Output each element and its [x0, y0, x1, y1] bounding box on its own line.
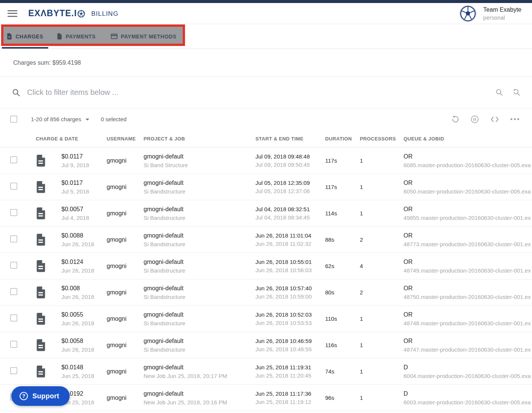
row-checkbox[interactable] — [10, 367, 17, 374]
charge-document-icon — [36, 181, 46, 193]
search-icon — [495, 88, 503, 96]
tab-charges-label: CHARGES — [15, 34, 43, 40]
duration: 110s — [313, 315, 348, 322]
apply-filter-button[interactable] — [494, 87, 505, 98]
charges-summary: Charges sum: $959.4198 — [0, 49, 532, 76]
queue: OR — [404, 153, 532, 160]
project-name: gmogni-default — [144, 153, 243, 160]
processors: 1 — [348, 368, 391, 375]
table-row[interactable]: $0.008 Jun 26, 2018 gmogni gmogni-defaul… — [0, 279, 532, 306]
charge-document-icon — [36, 260, 46, 272]
refresh-button[interactable] — [449, 114, 461, 125]
charge-date: Jun 26, 2018 — [61, 267, 95, 274]
start-time: Jun 25, 2018 11:17:36 — [255, 390, 313, 397]
project-name: gmogni-default — [144, 259, 243, 265]
support-button[interactable]: ? Support — [11, 386, 70, 406]
table-row[interactable]: $0.0088 Jun 26, 2018 gmogni gmogni-defau… — [0, 227, 532, 253]
processors: 1 — [348, 157, 391, 164]
col-queue-jobid: QUEUE & JOBID — [391, 136, 532, 142]
reset-filter-button[interactable] — [511, 87, 522, 98]
processors: 4 — [348, 263, 391, 269]
account-menu[interactable]: Team Exabyte personal — [459, 5, 524, 22]
job-id: 48748.master-production-20160630-cluster… — [404, 320, 532, 326]
job-name: Si Bandstructure — [144, 346, 243, 353]
charge-document-icon — [36, 233, 46, 246]
project-name: gmogni-default — [144, 311, 243, 318]
pause-button[interactable] — [469, 114, 480, 125]
pause-circle-icon — [471, 115, 479, 123]
end-time: Jun 26, 2018 10:53:53 — [255, 320, 313, 326]
selected-count: 0 selected — [101, 116, 126, 122]
pagination-range: 1-20 of 856 charges — [31, 116, 81, 122]
app-header: EXΛBYTE.I BILLING — [0, 3, 532, 24]
row-checkbox[interactable] — [10, 288, 17, 295]
start-time: Jun 26, 2018 10:57:40 — [255, 285, 313, 291]
brand-globe-icon — [77, 10, 85, 18]
row-checkbox[interactable] — [10, 262, 17, 269]
refresh-icon — [451, 115, 459, 123]
charges-list: $0.0117 Jul 9, 2018 gmogni gmogni-defaul… — [0, 148, 532, 411]
processors: 1 — [348, 315, 391, 322]
row-checkbox[interactable] — [10, 341, 17, 348]
col-charge-date: CHARGE & DATE — [24, 136, 95, 142]
job-id: 48749.master-production-20160630-cluster… — [404, 267, 532, 274]
menu-icon[interactable] — [8, 10, 17, 17]
tab-payment-methods[interactable]: PAYMENT METHODS — [107, 24, 180, 49]
charge-amount: $0.0117 — [61, 180, 95, 186]
code-icon — [490, 116, 499, 123]
charge-date: Jun 26, 2018 — [61, 241, 95, 247]
table-row[interactable]: $0.0058 Jun 26, 2018 gmogni gmogni-defau… — [0, 332, 532, 358]
team-type: personal — [483, 14, 521, 21]
processors: 2 — [348, 289, 391, 296]
row-checkbox[interactable] — [10, 209, 17, 216]
charge-amount: $0.0058 — [61, 338, 95, 344]
row-checkbox[interactable] — [10, 235, 17, 242]
job-id: 48773.master-production-20160630-cluster… — [404, 241, 532, 247]
project-name: gmogni-default — [144, 180, 243, 186]
project-name: gmogni-default — [144, 364, 243, 371]
charge-date: Jun 26, 2018 — [61, 346, 95, 353]
username: gmogni — [95, 210, 131, 217]
row-checkbox[interactable] — [10, 183, 17, 190]
more-actions-button[interactable] — [509, 117, 521, 122]
job-id: 6004.master-production-20160630-cluster-… — [404, 373, 532, 379]
brand-logo-text: EXΛBYTE.I — [28, 8, 77, 18]
code-view-button[interactable] — [489, 114, 501, 124]
table-row[interactable]: $0.0124 Jun 26, 2018 gmogni gmogni-defau… — [0, 253, 532, 279]
start-time: Jul 09, 2018 09:48:48 — [255, 153, 313, 160]
table-row[interactable]: $0.0192 Jun 25, 2018 gmogni gmogni-defau… — [0, 385, 532, 411]
team-avatar — [459, 5, 477, 22]
queue: OR — [404, 259, 532, 265]
duration: 117s — [313, 184, 348, 190]
table-row[interactable]: $0.0057 Jul 4, 2018 gmogni gmogni-defaul… — [0, 200, 532, 227]
job-id: 48747.master-production-20160630-cluster… — [404, 346, 532, 353]
tab-charges[interactable]: CHARGES — [2, 24, 48, 49]
filter-input[interactable] — [27, 88, 494, 97]
charges-tab-icon — [7, 33, 12, 40]
help-icon: ? — [20, 392, 28, 400]
col-duration: DURATION — [313, 136, 348, 142]
start-time: Jun 26, 2018 11:01:04 — [255, 232, 313, 239]
table-row[interactable]: $0.0117 Jul 9, 2018 gmogni gmogni-defaul… — [0, 148, 532, 174]
table-row[interactable]: $0.0148 Jun 25, 2018 gmogni gmogni-defau… — [0, 358, 532, 385]
end-time: Jun 26, 2018 10:48:55 — [255, 346, 313, 352]
job-name: Si Bandstructure — [144, 188, 243, 195]
select-all-checkbox[interactable] — [10, 116, 17, 123]
job-name: New Job Jun 25, 2018, 20:16 PM — [144, 399, 243, 405]
billing-page: EXΛBYTE.I BILLING — [0, 0, 532, 413]
charge-amount: $0.0148 — [61, 364, 95, 371]
project-name: gmogni-default — [144, 232, 243, 239]
list-toolbar: 1-20 of 856 charges 0 selected — [0, 108, 532, 130]
table-row[interactable]: $0.0117 Jul 5, 2018 gmogni gmogni-defaul… — [0, 174, 532, 200]
filter-search-icon — [12, 88, 20, 97]
tab-payments[interactable]: PAYMENTS — [53, 24, 100, 49]
row-checkbox[interactable] — [10, 314, 17, 322]
pagination-dropdown[interactable]: 1-20 of 856 charges — [31, 116, 89, 122]
queue: OR — [404, 311, 532, 318]
processors: 1 — [348, 184, 391, 190]
row-checkbox[interactable] — [10, 156, 17, 163]
table-row[interactable]: $0.0055 Jun 26, 2018 gmogni gmogni-defau… — [0, 306, 532, 332]
top-accent-bar — [0, 0, 532, 3]
project-name: gmogni-default — [144, 390, 243, 397]
username: gmogni — [95, 289, 131, 296]
